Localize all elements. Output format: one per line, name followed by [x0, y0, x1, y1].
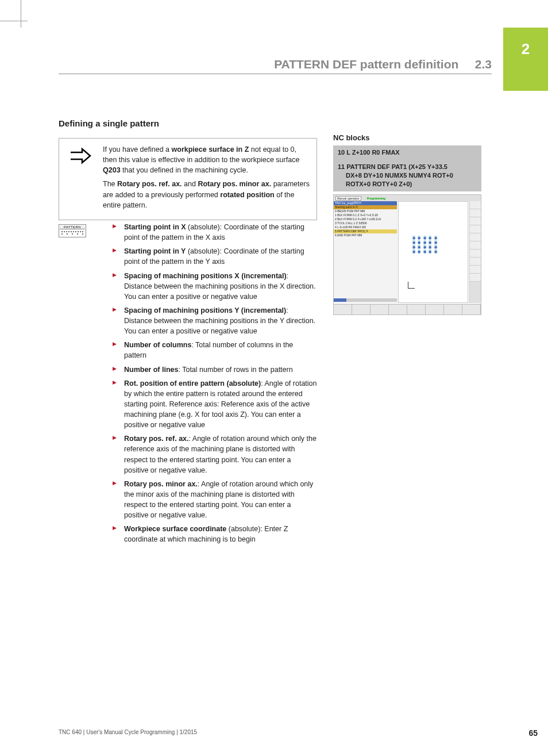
parameter-list: Starting point in X (absolute): Coordina… — [113, 222, 317, 548]
ss-mode: Manual operation — [335, 196, 361, 201]
ss-pattern-preview — [411, 235, 439, 254]
ss-code-line: 6 END PGM PAT MM — [334, 233, 397, 237]
note-arrow-icon — [68, 148, 91, 166]
ss-code-line: Starting point in X — [334, 205, 397, 209]
list-item: Spacing of machining positions X (increm… — [113, 271, 317, 302]
ss-sidebar — [469, 201, 481, 303]
ss-scrollbar — [334, 298, 397, 302]
ss-code-line: 4 L Z+100 R0 FMAX M3 — [334, 225, 397, 229]
nc-block-line: 10 L Z+100 R0 FMAX — [333, 145, 481, 160]
info-p1: If you have defined a workpiece surface … — [103, 144, 311, 175]
ss-origin-icon — [408, 282, 415, 289]
chapter-tab: 2 — [503, 28, 548, 91]
section-title: Defining a single pattern — [59, 118, 159, 128]
ss-code-line: 3 TOOL CALL 1 Z S3500 — [334, 221, 397, 225]
header-section-num: 2.3 — [475, 57, 492, 71]
list-item: Rotary pos. ref. ax.: Angle of rotation … — [113, 433, 317, 475]
list-item: Rotary pos. minor ax.: Angle of rotation… — [113, 479, 317, 521]
pattern-softkey-icon: PATTERN — [59, 224, 86, 237]
tnc-screenshot: Manual operation Programming TNC:\nc_pro… — [333, 194, 481, 315]
page-header: PATTERN DEF pattern definition 2.3 — [274, 57, 492, 71]
ss-code-line: 2 BLK FORM 0.2 X+100 Y+100 Z+0 — [334, 217, 397, 221]
ss-prog: Programming — [367, 197, 386, 200]
ss-titlebar: Manual operation Programming — [334, 195, 481, 201]
list-item: Spacing of machining positions Y (increm… — [113, 305, 317, 336]
list-item: Workpiece surface coordinate (absolute):… — [113, 524, 317, 544]
ss-code-line: 1 BLK FORM 0.1 Z X+0 Y+0 Z-20 — [334, 213, 397, 217]
info-p2: The Rotary pos. ref. ax. and Rotary pos.… — [103, 179, 311, 210]
pattern-icon-label: PATTERN — [60, 225, 85, 229]
pattern-icon-dots — [60, 229, 85, 236]
nc-block-line: 11 PATTERN DEF PAT1 (X+25 Y+33.5 DX+8 DY… — [333, 160, 481, 191]
ss-code-line: 0 BEGIN PGM PAT MM — [334, 209, 397, 213]
info-box: If you have defined a workpiece surface … — [59, 138, 317, 220]
header-title: PATTERN DEF pattern definition — [274, 57, 458, 71]
nc-blocks-title: NC blocks — [333, 133, 370, 142]
ss-code-line: 5 PATTERN DEF PAT1( X — [334, 229, 397, 233]
list-item: Starting point in Y (absolute): Coordina… — [113, 246, 317, 267]
list-item: Number of columns: Total number of colum… — [113, 340, 317, 360]
ss-preview-panel — [398, 201, 468, 303]
crop-mark-v — [21, 0, 21, 28]
ss-code-panel: TNC:\nc_prog\PAT.H Starting point in X 0… — [334, 201, 397, 237]
page-number: 65 — [528, 728, 538, 738]
crop-mark-h — [0, 21, 28, 21]
footer-text: TNC 640 | User's Manual Cycle Programmin… — [59, 729, 197, 735]
list-item: Number of lines: Total number of rows in… — [113, 364, 317, 375]
ss-softkey-row — [334, 304, 481, 314]
list-item: Starting point in X (absolute): Coordina… — [113, 222, 317, 243]
list-item: Rot. position of entire pattern (absolut… — [113, 378, 317, 431]
ss-code-line: TNC:\nc_prog\PAT.H — [334, 201, 397, 205]
header-rule — [59, 74, 492, 74]
